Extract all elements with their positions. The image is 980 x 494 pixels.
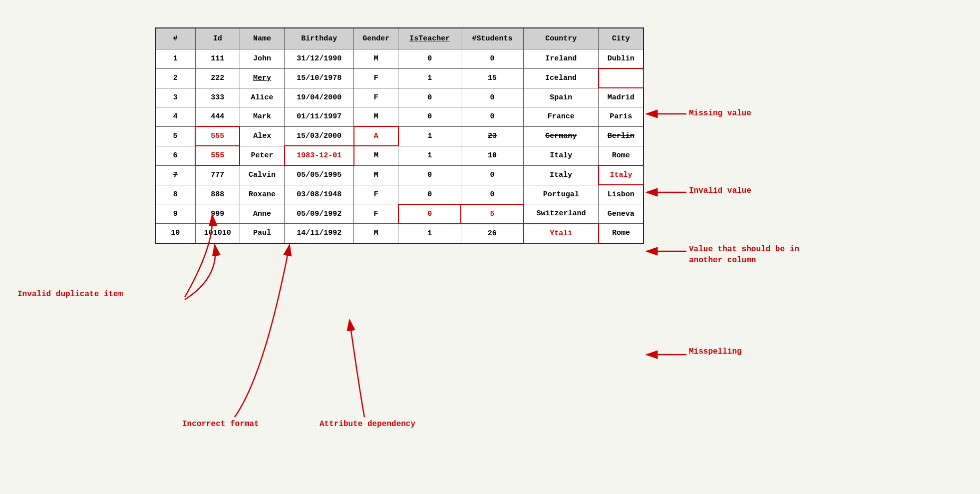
cell-num: 6: [155, 146, 195, 165]
cell-gender: M: [354, 146, 398, 165]
cell-city: Berlin: [599, 126, 644, 146]
cell-students-invalid: 5: [461, 204, 523, 224]
cell-city cell-highlight-red-box cell-empty: [599, 68, 644, 88]
cell-city: Geneva: [599, 204, 644, 224]
cell-gender: M: [354, 224, 398, 243]
table-row: 9 999 Anne 05/09/1992 F 0 5 Switzerland …: [155, 204, 644, 224]
cell-birthday: 14/11/1992: [285, 224, 354, 243]
cell-num: 2: [155, 68, 195, 88]
col-header-students: #Students: [461, 28, 523, 49]
cell-isteacher: 1: [398, 146, 461, 165]
table-row: 8 888 Roxane 03/08/1948 F 0 0 Portugal L…: [155, 185, 644, 204]
col-header-num: #: [155, 28, 195, 49]
cell-num: 5: [155, 126, 195, 146]
cell-students: 0: [461, 107, 523, 127]
cell-id: 888: [195, 185, 240, 204]
cell-num: 1: [155, 49, 195, 69]
annotation-invalid-value: Invalid value: [689, 186, 751, 195]
cell-isteacher: 0: [398, 88, 461, 107]
cell-country: Portugal: [524, 185, 599, 204]
cell-name: Roxane: [240, 185, 284, 204]
table-row: 4 444 Mark 01/11/1997 M 0 0 France Paris: [155, 107, 644, 127]
cell-id: 111: [195, 49, 240, 69]
table-row: 2 222 Mery 15/10/1978 F 1 15 Iceland: [155, 68, 644, 88]
cell-birthday: 15/03/2000: [285, 126, 354, 146]
cell-gender-invalid: A: [354, 126, 398, 146]
cell-id: 333: [195, 88, 240, 107]
cell-country: Iceland: [524, 68, 599, 88]
cell-num: 9: [155, 204, 195, 224]
table-row: 1 111 John 31/12/1990 M 0 0 Ireland Dubl…: [155, 49, 644, 69]
cell-name: John: [240, 49, 284, 69]
cell-birthday-invalid: 1983-12-01: [285, 146, 354, 165]
cell-students: 0: [461, 49, 523, 69]
cell-city-wrong-col: Italy: [599, 165, 644, 185]
cell-country: Italy: [524, 165, 599, 185]
cell-name: Anne: [240, 204, 284, 224]
cell-city: Lisbon: [599, 185, 644, 204]
cell-isteacher: 1: [398, 126, 461, 146]
cell-id: 999: [195, 204, 240, 224]
cell-gender: F: [354, 185, 398, 204]
cell-students: 10: [461, 146, 523, 165]
cell-name: Alex: [240, 126, 284, 146]
cell-students: 0: [461, 185, 523, 204]
cell-isteacher: 1: [398, 224, 461, 243]
table-row: 10 101010 Paul 14/11/1992 M 1 26 Ytali R…: [155, 224, 644, 243]
cell-students: 23: [461, 126, 523, 146]
cell-birthday: 31/12/1990: [285, 49, 354, 69]
cell-country: Spain: [524, 88, 599, 107]
annotation-duplicate: Invalid duplicate item: [17, 290, 123, 299]
table-row: 6 555 Peter 1983-12-01 M 1 10 Italy Rome: [155, 146, 644, 165]
cell-birthday: 05/09/1992: [285, 204, 354, 224]
annotation-attribute-dependency: Attribute dependency: [320, 420, 415, 429]
cell-num: 8: [155, 185, 195, 204]
cell-gender: M: [354, 165, 398, 185]
cell-id-invalid: 555: [195, 126, 240, 146]
cell-name: Mery: [240, 68, 284, 88]
cell-isteacher: 0: [398, 165, 461, 185]
annotation-misspelling: Misspelling: [689, 347, 742, 356]
annotation-missing-value: Missing value: [689, 109, 751, 118]
cell-id: 444: [195, 107, 240, 127]
cell-students: 0: [461, 165, 523, 185]
cell-id-duplicate: 555: [195, 146, 240, 165]
col-header-name: Name: [240, 28, 284, 49]
cell-city: Madrid: [599, 88, 644, 107]
cell-id: 777: [195, 165, 240, 185]
cell-gender: F: [354, 204, 398, 224]
table-row: 5 555 Alex 15/03/2000 A 1 23 Germany Ber…: [155, 126, 644, 146]
cell-isteacher: 0: [398, 107, 461, 127]
col-header-id: Id: [195, 28, 240, 49]
cell-birthday: 03/08/1948: [285, 185, 354, 204]
cell-isteacher-invalid: 0: [398, 204, 461, 224]
cell-country: Italy: [524, 146, 599, 165]
cell-birthday: 01/11/1997: [285, 107, 354, 127]
cell-gender: F: [354, 88, 398, 107]
cell-country: Germany: [524, 126, 599, 146]
cell-city: Rome: [599, 224, 644, 243]
col-header-birthday: Birthday: [285, 28, 354, 49]
cell-num: 7: [155, 165, 195, 185]
cell-students: 0: [461, 88, 523, 107]
table-row: 7 777 Calvin 05/05/1995 M 0 0 Italy Ital…: [155, 165, 644, 185]
cell-name: Alice: [240, 88, 284, 107]
cell-birthday: 15/10/1978: [285, 68, 354, 88]
col-header-isteacher: IsTeacher: [398, 28, 461, 49]
annotation-wrong-column: Value that should be inanother column: [689, 244, 799, 266]
cell-birthday: 05/05/1995: [285, 165, 354, 185]
cell-num: 3: [155, 88, 195, 107]
cell-isteacher: 0: [398, 49, 461, 69]
cell-num: 10: [155, 224, 195, 243]
table-row: 3 333 Alice 19/04/2000 F 0 0 Spain Madri…: [155, 88, 644, 107]
cell-city: Dublin: [599, 49, 644, 69]
cell-country: France: [524, 107, 599, 127]
cell-isteacher: 1: [398, 68, 461, 88]
cell-students: 15: [461, 68, 523, 88]
cell-birthday: 19/04/2000: [285, 88, 354, 107]
cell-gender: M: [354, 49, 398, 69]
cell-gender: F: [354, 68, 398, 88]
col-header-country: Country: [524, 28, 599, 49]
annotation-incorrect-format: Incorrect format: [182, 420, 259, 429]
cell-name: Paul: [240, 224, 284, 243]
